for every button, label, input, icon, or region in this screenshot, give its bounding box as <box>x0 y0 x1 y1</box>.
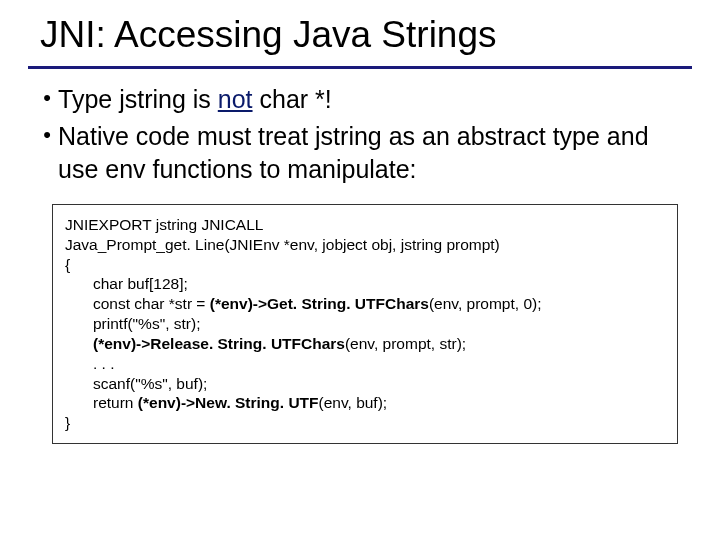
code-block: JNIEXPORT jstring JNICALL Java_Prompt_ge… <box>52 204 678 444</box>
bullet-list: • Type jstring is not char *! • Native c… <box>28 83 692 186</box>
code-line: scanf("%s", buf); <box>65 374 665 394</box>
code-line: . . . <box>65 354 665 374</box>
code-line: char buf[128]; <box>65 274 665 294</box>
bullet-text: char *! <box>253 85 332 113</box>
code-line: const char *str = (*env)->Get. String. U… <box>65 294 665 314</box>
code-line: { <box>65 255 665 275</box>
code-line: (*env)->Release. String. UTFChars(env, p… <box>65 334 665 354</box>
bullet-item: • Native code must treat jstring as an a… <box>36 120 692 186</box>
title-divider <box>28 66 692 69</box>
code-line: } <box>65 413 665 433</box>
bullet-dot-icon: • <box>36 83 58 114</box>
bullet-dot-icon: • <box>36 120 58 151</box>
bullet-emph: not <box>218 85 253 113</box>
bullet-text: Type jstring is <box>58 85 218 113</box>
slide-title: JNI: Accessing Java Strings <box>40 14 680 56</box>
code-line: JNIEXPORT jstring JNICALL <box>65 215 665 235</box>
bullet-item: • Type jstring is not char *! <box>36 83 692 116</box>
code-line: return (*env)->New. String. UTF(env, buf… <box>65 393 665 413</box>
code-line: printf("%s", str); <box>65 314 665 334</box>
bullet-text: Native code must treat jstring as an abs… <box>58 122 649 183</box>
code-line: Java_Prompt_get. Line(JNIEnv *env, jobje… <box>65 235 665 255</box>
